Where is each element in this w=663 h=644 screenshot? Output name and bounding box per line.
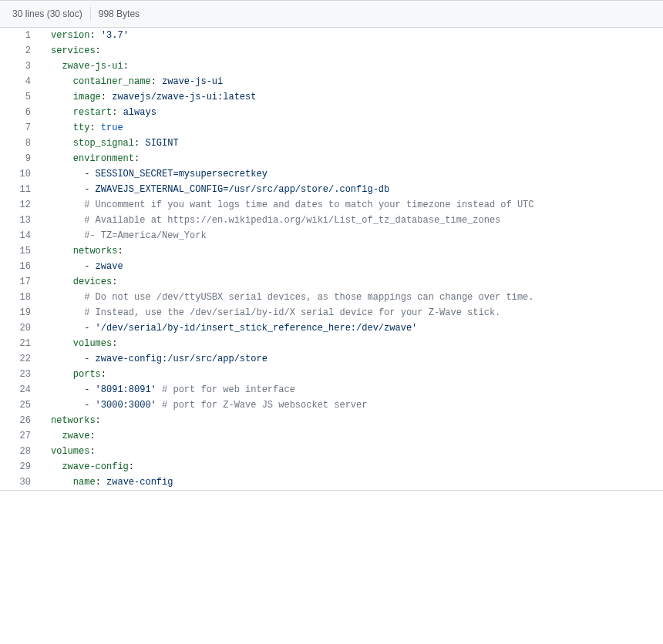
line-number[interactable]: 21 xyxy=(0,336,39,351)
line-content[interactable]: zwave-config: xyxy=(39,459,663,475)
code-line: 2services: xyxy=(0,43,663,59)
code-token: tty xyxy=(73,122,90,133)
code-line: 28volumes: xyxy=(0,444,663,459)
line-number[interactable]: 7 xyxy=(0,120,39,136)
code-token xyxy=(51,200,84,210)
line-number[interactable]: 12 xyxy=(0,197,39,213)
line-content[interactable]: # Uncomment if you want logs time and da… xyxy=(39,197,663,213)
line-number[interactable]: 9 xyxy=(0,151,39,166)
line-content[interactable]: devices: xyxy=(39,274,663,290)
line-content[interactable]: environment: xyxy=(39,151,663,166)
code-line: 16 - zwave xyxy=(0,259,663,274)
line-number[interactable]: 20 xyxy=(0,320,39,336)
line-content[interactable]: tty: true xyxy=(39,120,663,136)
line-content[interactable]: zwave: xyxy=(39,428,663,444)
line-number[interactable]: 23 xyxy=(0,367,39,382)
code-token xyxy=(51,153,73,164)
line-number[interactable]: 26 xyxy=(0,413,39,428)
code-token: # Uncomment if you want logs time and da… xyxy=(84,200,533,210)
code-line: 29 zwave-config: xyxy=(0,459,663,475)
line-content[interactable]: name: zwave-config xyxy=(39,475,663,491)
line-content[interactable]: container_name: zwave-js-ui xyxy=(39,74,663,89)
line-number[interactable]: 17 xyxy=(0,274,39,290)
code-token: restart xyxy=(73,107,112,118)
line-number[interactable]: 27 xyxy=(0,428,39,444)
line-number[interactable]: 1 xyxy=(0,28,39,43)
line-content[interactable]: - ZWAVEJS_EXTERNAL_CONFIG=/usr/src/app/s… xyxy=(39,182,663,197)
code-token: # Available at https://en.wikipedia.org/… xyxy=(84,215,500,226)
code-token: : xyxy=(101,92,112,102)
line-number[interactable]: 11 xyxy=(0,182,39,197)
code-token: : xyxy=(89,431,95,441)
line-content[interactable]: - '/dev/serial/by-id/insert_stick_refere… xyxy=(39,320,663,336)
line-content[interactable]: #- TZ=America/New_York xyxy=(39,228,663,243)
line-number[interactable]: 16 xyxy=(0,259,39,274)
code-token: : xyxy=(151,76,162,87)
line-number[interactable]: 14 xyxy=(0,228,39,243)
code-token: zwave-config:/usr/src/app/store xyxy=(96,354,268,364)
line-number[interactable]: 29 xyxy=(0,459,39,475)
line-content[interactable]: volumes: xyxy=(39,444,663,459)
line-number[interactable]: 2 xyxy=(0,43,39,59)
code-token xyxy=(51,307,84,318)
line-content[interactable]: image: zwavejs/zwave-js-ui:latest xyxy=(39,89,663,105)
code-token xyxy=(51,215,84,226)
line-content[interactable]: # Do not use /dev/ttyUSBX serial devices… xyxy=(39,290,663,305)
code-line: 20 - '/dev/serial/by-id/insert_stick_ref… xyxy=(0,320,663,336)
code-token: : xyxy=(112,338,117,349)
code-line: 25 - '3000:3000' # port for Z-Wave JS we… xyxy=(0,397,663,413)
line-number[interactable]: 25 xyxy=(0,397,39,413)
line-number[interactable]: 10 xyxy=(0,166,39,182)
line-number[interactable]: 24 xyxy=(0,382,39,397)
line-number[interactable]: 4 xyxy=(0,74,39,89)
code-token: : xyxy=(96,415,101,426)
line-number[interactable]: 5 xyxy=(0,89,39,105)
line-content[interactable]: - '8091:8091' # port for web interface xyxy=(39,382,663,397)
line-content[interactable]: ports: xyxy=(39,367,663,382)
line-content[interactable]: - zwave-config:/usr/src/app/store xyxy=(39,351,663,367)
code-token xyxy=(51,277,73,287)
code-token xyxy=(51,61,62,72)
code-token: zwave-config xyxy=(106,477,173,488)
line-number[interactable]: 3 xyxy=(0,59,39,74)
line-number[interactable]: 13 xyxy=(0,213,39,228)
line-number[interactable]: 8 xyxy=(0,136,39,151)
line-content[interactable]: # Available at https://en.wikipedia.org/… xyxy=(39,213,663,228)
code-token: devices xyxy=(73,277,112,287)
code-token: zwave-js-ui xyxy=(162,76,223,87)
code-token: : xyxy=(89,122,100,133)
line-content[interactable]: - '3000:3000' # port for Z-Wave JS webso… xyxy=(39,397,663,413)
code-token xyxy=(156,384,162,395)
line-number[interactable]: 28 xyxy=(0,444,39,459)
line-content[interactable]: services: xyxy=(39,43,663,59)
line-content[interactable]: volumes: xyxy=(39,336,663,351)
code-token: image xyxy=(73,92,101,102)
lines-info: 30 lines (30 sloc) xyxy=(12,8,82,19)
line-content[interactable]: restart: always xyxy=(39,105,663,120)
code-token: : xyxy=(96,477,106,488)
code-line: 10 - SESSION_SECRET=mysupersecretkey xyxy=(0,166,663,182)
line-number[interactable]: 30 xyxy=(0,475,39,491)
line-content[interactable]: # Instead, use the /dev/serial/by-id/X s… xyxy=(39,305,663,320)
code-line: 26networks: xyxy=(0,413,663,428)
line-number[interactable]: 22 xyxy=(0,351,39,367)
code-token: - xyxy=(51,384,96,395)
code-line: 27 zwave: xyxy=(0,428,663,444)
code-line: 12 # Uncomment if you want logs time and… xyxy=(0,197,663,213)
line-content[interactable]: networks: xyxy=(39,243,663,259)
code-token: - xyxy=(51,354,96,364)
line-content[interactable]: stop_signal: SIGINT xyxy=(39,136,663,151)
code-token: : xyxy=(112,107,123,118)
line-content[interactable]: zwave-js-ui: xyxy=(39,59,663,74)
line-number[interactable]: 19 xyxy=(0,305,39,320)
line-number[interactable]: 6 xyxy=(0,105,39,120)
line-content[interactable]: networks: xyxy=(39,413,663,428)
line-number[interactable]: 15 xyxy=(0,243,39,259)
line-content[interactable]: - SESSION_SECRET=mysupersecretkey xyxy=(39,166,663,182)
code-token: # Do not use /dev/ttyUSBX serial devices… xyxy=(84,292,533,303)
line-content[interactable]: - zwave xyxy=(39,259,663,274)
code-token xyxy=(51,230,84,241)
code-token: : xyxy=(134,138,145,149)
line-number[interactable]: 18 xyxy=(0,290,39,305)
line-content[interactable]: version: '3.7' xyxy=(39,28,663,43)
